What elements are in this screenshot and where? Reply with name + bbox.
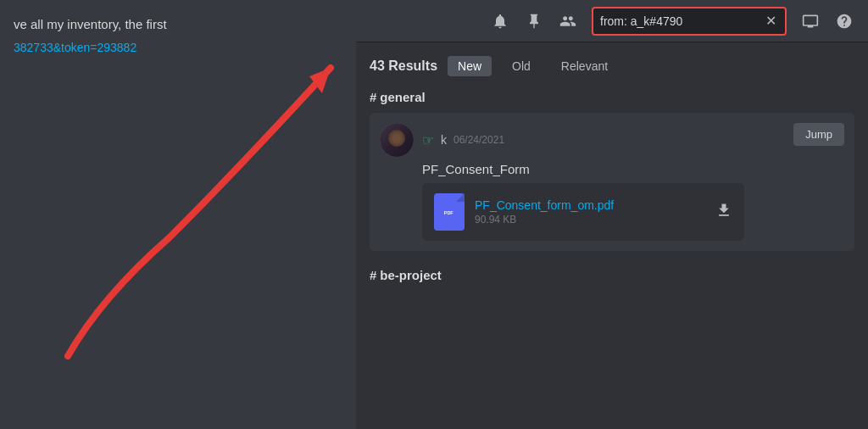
bell-icon[interactable]	[490, 11, 510, 31]
channel-name-general: #general	[370, 90, 854, 104]
avatar	[380, 123, 414, 157]
filter-old-button[interactable]: Old	[502, 56, 541, 76]
search-input[interactable]	[600, 14, 764, 28]
members-icon[interactable]	[558, 11, 578, 31]
left-panel-link[interactable]: 382733&token=293882	[14, 41, 136, 54]
file-attachment: PDF PF_Consent_form_om.pdf 90.94 KB	[422, 183, 744, 241]
svg-marker-0	[309, 68, 331, 93]
hash-icon: #	[370, 90, 376, 104]
pin-icon[interactable]	[524, 11, 544, 31]
filter-relevant-button[interactable]: Relevant	[551, 56, 618, 76]
results-count: 43 Results	[370, 58, 437, 74]
search-clear-icon[interactable]: ✕	[764, 13, 778, 29]
left-panel: ve all my inventory, the first 382733&to…	[0, 0, 356, 429]
message-meta: ☞ k 06/24/2021	[422, 132, 504, 148]
avatar-image	[380, 123, 414, 157]
search-results-panel: 43 Results New Old Relevant #general Jum…	[356, 42, 868, 429]
file-size: 90.94 KB	[475, 214, 705, 226]
message-item: Jump ☞ k 06/24/2021 PF_Consent_Form	[370, 113, 854, 251]
timestamp: 06/24/2021	[453, 134, 504, 146]
channel-group-be-project: #be-project	[370, 268, 854, 282]
download-icon[interactable]	[715, 202, 732, 223]
svg-text:PDF: PDF	[444, 210, 454, 215]
file-info: PF_Consent_form_om.pdf 90.94 KB	[475, 198, 705, 226]
channel-group-general: #general Jump ☞ k 06/24/2021	[370, 90, 854, 251]
help-icon[interactable]	[834, 11, 854, 31]
username: k	[441, 133, 447, 147]
hash-icon-2: #	[370, 268, 376, 282]
right-panel: ✕ 43 Results New Old Relevant #general	[356, 0, 868, 429]
monitor-icon[interactable]	[800, 11, 821, 31]
jump-button[interactable]: Jump	[793, 123, 844, 146]
filter-new-button[interactable]: New	[448, 56, 492, 76]
channel-name-be-project: #be-project	[370, 268, 854, 282]
file-name[interactable]: PF_Consent_form_om.pdf	[475, 198, 705, 212]
message-header: ☞ k 06/24/2021	[380, 123, 844, 157]
left-panel-text: ve all my inventory, the first	[14, 17, 342, 31]
pdf-icon: PDF	[434, 193, 465, 231]
message-text: PF_Consent_Form	[380, 162, 844, 176]
cursor-icon: ☞	[422, 132, 434, 148]
search-box[interactable]: ✕	[592, 7, 787, 36]
results-header: 43 Results New Old Relevant	[370, 56, 854, 76]
header-bar: ✕	[356, 0, 868, 42]
